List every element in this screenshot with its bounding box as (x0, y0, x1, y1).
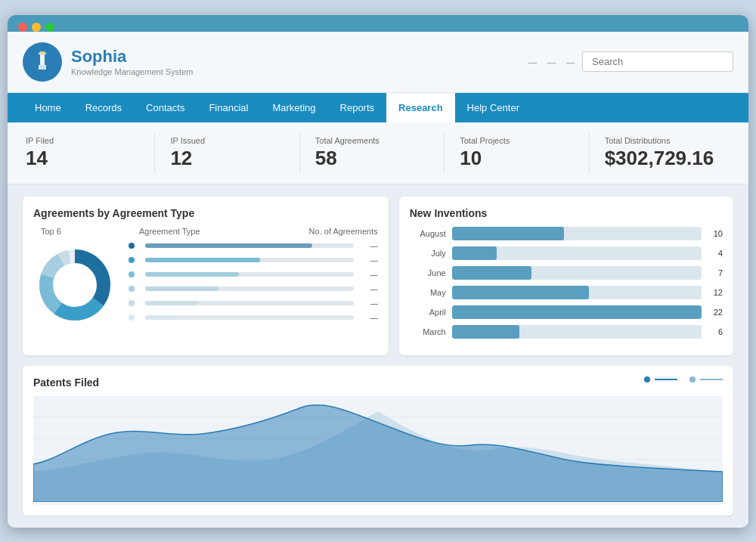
inv-label-april: April (410, 308, 446, 317)
logo-icon (23, 42, 62, 82)
svg-point-11 (57, 267, 93, 303)
agreements-col-headers: Top 6 Agreement Type No. of Agreements (33, 227, 378, 236)
logo-area: Sophia Knowledge Management System (23, 42, 193, 82)
stat-ip-filed-value: 14 (26, 147, 139, 170)
inv-label-july: July (410, 249, 446, 258)
nav-item-financial[interactable]: Financial (197, 93, 260, 122)
inv-count-july: 4 (708, 249, 723, 258)
app-subtitle: Knowledge Management System (71, 67, 193, 76)
main-content: Agreements by Agreement Type Top 6 Agree… (8, 184, 748, 528)
agreements-col-count: No. of Agreements (302, 227, 378, 236)
stat-total-projects-label: Total Projects (460, 136, 573, 145)
agreements-body: — — — (33, 242, 378, 328)
stat-total-agreements: Total Agreements 58 (300, 133, 445, 173)
nav-item-reports[interactable]: Reports (328, 93, 387, 122)
stat-total-projects-value: 10 (460, 147, 573, 170)
legend-item-1: — (129, 242, 378, 250)
stat-total-distributions-value: $302,729.16 (605, 147, 718, 170)
patents-legend-item-1 (644, 376, 677, 382)
inv-count-august: 10 (708, 229, 723, 238)
inv-label-june: June (410, 268, 446, 277)
stat-ip-filed: IP Filed 14 (23, 133, 155, 173)
inv-count-april: 22 (708, 308, 723, 317)
logo-text: Sophia Knowledge Management System (71, 47, 193, 76)
stat-ip-issued-value: 12 (170, 147, 284, 170)
legend-item-6: — (129, 314, 378, 322)
browser-dot-green[interactable] (45, 23, 54, 32)
browser-dot-red[interactable] (18, 23, 27, 32)
svg-rect-3 (39, 65, 46, 70)
stat-total-agreements-value: 58 (315, 147, 429, 170)
inv-count-march: 6 (708, 327, 723, 336)
nav-item-home[interactable]: Home (23, 93, 73, 122)
patents-panel-title: Patents Filed (33, 376, 723, 389)
patents-legend (644, 376, 723, 382)
header-link-3[interactable]: — (566, 57, 575, 67)
agreements-panel-title: Agreements by Agreement Type (33, 207, 378, 219)
inv-label-may: May (410, 288, 446, 297)
agreements-panel: Agreements by Agreement Type Top 6 Agree… (23, 197, 389, 355)
patents-chart-area: 8.0 6.0 4.0 2.0 0.0 (33, 396, 723, 505)
donut-chart (33, 243, 116, 327)
inv-row-august: August 10 (410, 227, 723, 240)
inv-label-march: March (410, 327, 446, 336)
svg-rect-1 (40, 54, 45, 65)
stat-ip-issued: IP Issued 12 (155, 133, 299, 173)
legend-item-5: — (129, 299, 378, 308)
stat-total-agreements-label: Total Agreements (315, 136, 429, 145)
header-link-1[interactable]: — (528, 57, 537, 67)
legend-item-3: — (129, 271, 378, 279)
nav-item-records[interactable]: Records (73, 93, 134, 122)
nav-item-contacts[interactable]: Contacts (134, 93, 197, 122)
nav-item-research[interactable]: Research (386, 93, 455, 122)
app-name: Sophia (71, 47, 193, 67)
inv-row-may: May 12 (410, 286, 723, 299)
inv-count-may: 12 (708, 288, 723, 297)
nav-bar: Home Records Contacts Financial Marketin… (8, 93, 748, 122)
header-links: — — — (528, 57, 575, 67)
nav-item-marketing[interactable]: Marketing (260, 93, 327, 122)
app-header: Sophia Knowledge Management System — — — (8, 32, 748, 93)
stats-row: IP Filed 14 IP Issued 12 Total Agreement… (8, 122, 748, 184)
agreements-col-top6: Top 6 (41, 227, 139, 236)
inventions-panel: New Inventions August 10 July 4 June (399, 197, 733, 355)
stat-ip-filed-label: IP Filed (26, 136, 139, 145)
patents-legend-item-2 (689, 376, 723, 382)
legend-item-4: — (129, 285, 378, 293)
inv-row-june: June 7 (410, 266, 723, 280)
inv-row-march: March 6 (410, 325, 723, 339)
patents-panel: Patents Filed 8.0 6.0 4.0 (23, 366, 733, 516)
header-right: — — — (528, 51, 733, 72)
inventions-panel-title: New Inventions (410, 207, 723, 219)
stat-total-distributions: Total Distributions $302,729.16 (590, 133, 733, 173)
inv-row-april: April 22 (410, 305, 723, 319)
patents-chart-svg (33, 396, 723, 502)
search-input[interactable] (582, 51, 733, 72)
inv-count-june: 7 (708, 268, 723, 277)
browser-dot-yellow[interactable] (32, 23, 41, 32)
svg-point-4 (41, 51, 44, 54)
legend-area: — — — (129, 242, 378, 328)
stat-ip-issued-label: IP Issued (170, 136, 284, 145)
stat-total-projects: Total Projects 10 (445, 133, 589, 173)
inv-label-august: August (410, 229, 446, 238)
stat-total-distributions-label: Total Distributions (605, 136, 718, 145)
inventions-bars: August 10 July 4 June 7 (410, 227, 723, 339)
nav-item-help[interactable]: Help Center (455, 93, 531, 122)
panels-row: Agreements by Agreement Type Top 6 Agree… (23, 197, 733, 355)
legend-item-2: — (129, 256, 378, 265)
agreements-col-type: Agreement Type (139, 227, 302, 236)
inv-row-july: July 4 (410, 246, 723, 260)
header-link-2[interactable]: — (547, 57, 556, 67)
